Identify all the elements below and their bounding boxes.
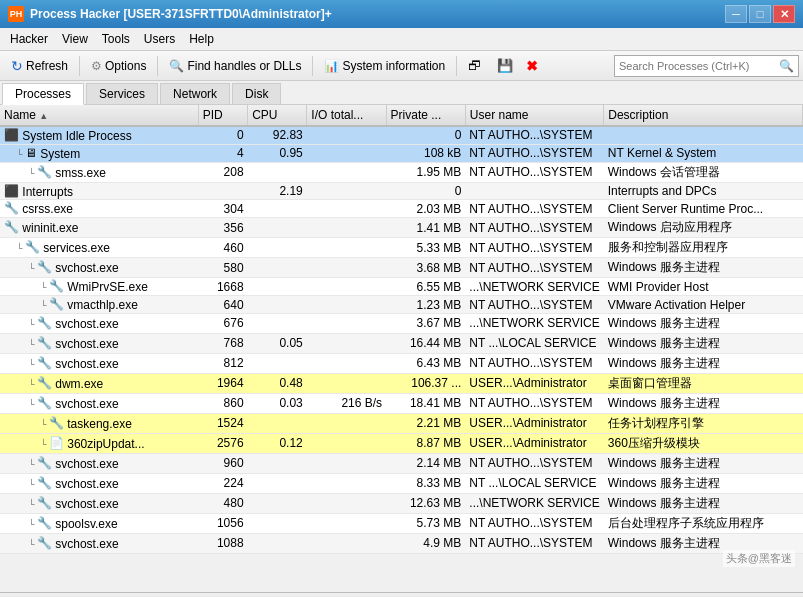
main-area: Name ▲ PID CPU I/O total... Private ... — [0, 105, 803, 592]
minimize-button[interactable]: ─ — [725, 5, 747, 23]
cell-io — [307, 353, 386, 373]
table-row[interactable]: └ 🔧 svchost.exe48012.63 MB...\NETWORK SE… — [0, 493, 803, 513]
cell-name: └ 🔧 svchost.exe — [0, 393, 198, 413]
table-row[interactable]: └ 🔧 svchost.exe9602.14 MBNT AUTHO...\SYS… — [0, 453, 803, 473]
cell-priv: 1.95 MB — [386, 162, 465, 182]
menu-view[interactable]: View — [56, 30, 94, 48]
cell-cpu — [248, 238, 307, 258]
cell-user: NT AUTHO...\SYSTEM — [465, 126, 603, 144]
cell-io — [307, 238, 386, 258]
cell-priv: 2.03 MB — [386, 200, 465, 218]
cell-pid: 960 — [198, 453, 247, 473]
refresh-button[interactable]: ↻ Refresh — [4, 54, 75, 78]
table-row[interactable]: └ 🔧 WmiPrvSE.exe16686.55 MB...\NETWORK S… — [0, 278, 803, 296]
col-priv-label: Private ... — [391, 108, 442, 122]
process-table-wrap[interactable]: Name ▲ PID CPU I/O total... Private ... — [0, 105, 803, 592]
col-header-io[interactable]: I/O total... — [307, 105, 386, 126]
cell-desc: Windows 服务主进程 — [604, 333, 803, 353]
table-row[interactable]: └ 🔧 smss.exe2081.95 MBNT AUTHO...\SYSTEM… — [0, 162, 803, 182]
options-label: Options — [105, 59, 146, 73]
table-row[interactable]: └ 🔧 svchost.exe10884.9 MBNT AUTHO...\SYS… — [0, 533, 803, 553]
window-icon-button[interactable]: 🗗 — [461, 54, 488, 78]
app-icon: PH — [8, 6, 24, 22]
cell-priv: 106.37 ... — [386, 373, 465, 393]
table-row[interactable]: 🔧 wininit.exe3561.41 MBNT AUTHO...\SYSTE… — [0, 218, 803, 238]
col-header-priv[interactable]: Private ... — [386, 105, 465, 126]
options-button[interactable]: ⚙ Options — [84, 54, 153, 78]
cell-name: └ 📄 360zipUpdat... — [0, 433, 198, 453]
table-row[interactable]: └ 🔧 dwm.exe19640.48106.37 ...USER...\Adm… — [0, 373, 803, 393]
col-desc-label: Description — [608, 108, 668, 122]
cell-name: 🔧 csrss.exe — [0, 200, 198, 218]
cell-name: └ 🔧 WmiPrvSE.exe — [0, 278, 198, 296]
cell-cpu: 92.83 — [248, 126, 307, 144]
cell-user: USER...\Administrator — [465, 373, 603, 393]
table-row[interactable]: └ 🔧 taskeng.exe15242.21 MBUSER...\Admini… — [0, 413, 803, 433]
save-icon: 💾 — [497, 58, 513, 73]
cell-io — [307, 533, 386, 553]
menu-users[interactable]: Users — [138, 30, 181, 48]
sysinfo-button[interactable]: 📊 System information — [317, 54, 452, 78]
cell-name: └ 🔧 svchost.exe — [0, 258, 198, 278]
sort-arrow-name: ▲ — [39, 111, 48, 121]
cell-desc: Windows 服务主进程 — [604, 353, 803, 373]
menu-hacker[interactable]: Hacker — [4, 30, 54, 48]
cell-desc — [604, 126, 803, 144]
cell-pid: 768 — [198, 333, 247, 353]
col-header-user[interactable]: User name — [465, 105, 603, 126]
tab-network[interactable]: Network — [160, 83, 230, 104]
table-row[interactable]: └ 🔧 svchost.exe2248.33 MBNT ...\LOCAL SE… — [0, 473, 803, 493]
table-row[interactable]: └ 🔧 svchost.exe8126.43 MBNT AUTHO...\SYS… — [0, 353, 803, 373]
close-button[interactable]: ✕ — [773, 5, 795, 23]
cell-priv: 4.9 MB — [386, 533, 465, 553]
table-row[interactable]: └ 🔧 svchost.exe8600.03216 B/s18.41 MBNT … — [0, 393, 803, 413]
search-box: 🔍 — [614, 55, 799, 77]
cell-user: ...\NETWORK SERVICE — [465, 278, 603, 296]
tab-services[interactable]: Services — [86, 83, 158, 104]
maximize-button[interactable]: □ — [749, 5, 771, 23]
stop-button[interactable]: ✖ — [522, 58, 542, 74]
toolbar: ↻ Refresh ⚙ Options 🔍 Find handles or DL… — [0, 51, 803, 81]
toolbar-separator-3 — [312, 56, 313, 76]
tab-processes[interactable]: Processes — [2, 83, 84, 105]
cell-user: NT AUTHO...\SYSTEM — [465, 258, 603, 278]
col-header-pid[interactable]: PID — [198, 105, 247, 126]
table-row[interactable]: ⬛ System Idle Process092.830NT AUTHO...\… — [0, 126, 803, 144]
menu-help[interactable]: Help — [183, 30, 220, 48]
table-row[interactable]: └ 🔧 svchost.exe5803.68 MBNT AUTHO...\SYS… — [0, 258, 803, 278]
cell-name: └ 🔧 vmacthlp.exe — [0, 296, 198, 314]
cell-io — [307, 433, 386, 453]
cell-pid: 676 — [198, 313, 247, 333]
table-row[interactable]: └ 🔧 spoolsv.exe10565.73 MBNT AUTHO...\SY… — [0, 513, 803, 533]
search-input[interactable] — [615, 60, 775, 72]
cell-io — [307, 258, 386, 278]
refresh-label: Refresh — [26, 59, 68, 73]
menu-tools[interactable]: Tools — [96, 30, 136, 48]
cell-desc: Windows 服务主进程 — [604, 453, 803, 473]
col-header-name[interactable]: Name ▲ — [0, 105, 198, 126]
table-row[interactable]: └ 🔧 svchost.exe6763.67 MB...\NETWORK SER… — [0, 313, 803, 333]
table-row[interactable]: └ 🔧 services.exe4605.33 MBNT AUTHO...\SY… — [0, 238, 803, 258]
cell-priv: 18.41 MB — [386, 393, 465, 413]
table-row[interactable]: └ 📄 360zipUpdat...25760.128.87 MBUSER...… — [0, 433, 803, 453]
cell-io — [307, 373, 386, 393]
cell-cpu: 2.19 — [248, 182, 307, 200]
cell-user: NT AUTHO...\SYSTEM — [465, 200, 603, 218]
toolbar-separator-4 — [456, 56, 457, 76]
cell-cpu — [248, 453, 307, 473]
table-row[interactable]: └ 🖥 System40.95108 kBNT AUTHO...\SYSTEMN… — [0, 144, 803, 162]
cell-io — [307, 182, 386, 200]
table-row[interactable]: └ 🔧 vmacthlp.exe6401.23 MBNT AUTHO...\SY… — [0, 296, 803, 314]
col-header-desc[interactable]: Description — [604, 105, 803, 126]
tab-disk[interactable]: Disk — [232, 83, 281, 104]
cell-io — [307, 313, 386, 333]
col-header-cpu[interactable]: CPU — [248, 105, 307, 126]
cell-cpu: 0.48 — [248, 373, 307, 393]
cell-user: NT AUTHO...\SYSTEM — [465, 238, 603, 258]
sysinfo-label: System information — [342, 59, 445, 73]
table-row[interactable]: └ 🔧 svchost.exe7680.0516.44 MBNT ...\LOC… — [0, 333, 803, 353]
table-row[interactable]: 🔧 csrss.exe3042.03 MBNT AUTHO...\SYSTEMC… — [0, 200, 803, 218]
save-icon-button[interactable]: 💾 — [490, 54, 520, 78]
table-row[interactable]: ⬛ Interrupts2.190Interrupts and DPCs — [0, 182, 803, 200]
find-handles-button[interactable]: 🔍 Find handles or DLLs — [162, 54, 308, 78]
